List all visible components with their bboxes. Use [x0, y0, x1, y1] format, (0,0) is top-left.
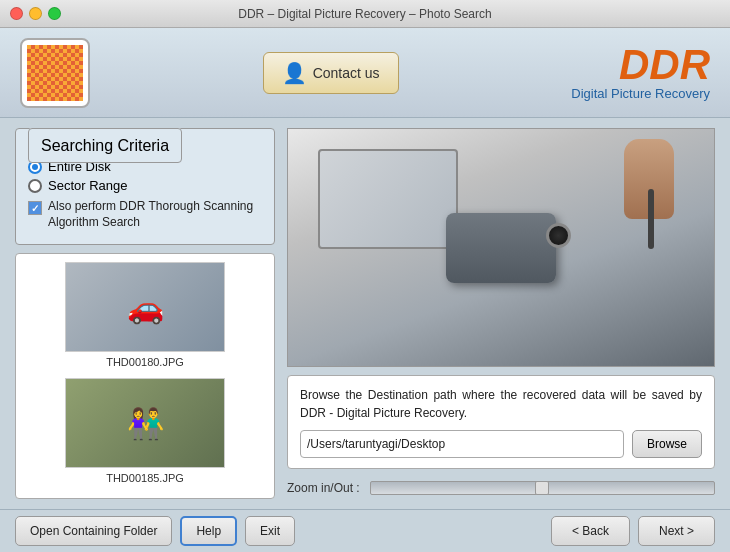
back-button[interactable]: < Back [551, 516, 630, 546]
contact-button[interactable]: 👤 Contact us [263, 52, 399, 94]
bottom-left: Open Containing Folder Help Exit [15, 516, 543, 546]
app-logo [20, 38, 90, 108]
camera-body [446, 213, 556, 283]
thorough-scan-label: Also perform DDR Thorough Scanning Algor… [48, 199, 262, 230]
bottom-bar: Open Containing Folder Help Exit < Back … [0, 509, 730, 552]
help-button[interactable]: Help [180, 516, 237, 546]
camera-scene [288, 129, 714, 366]
camera-lens [546, 223, 571, 248]
person-icon: 👤 [282, 61, 307, 85]
thumbnail-image-couple [65, 378, 225, 468]
browse-button[interactable]: Browse [632, 430, 702, 458]
zoom-slider[interactable] [370, 481, 715, 495]
body-area: Searching Criteria Entire Disk Sector Ra… [0, 118, 730, 509]
next-button[interactable]: Next > [638, 516, 715, 546]
close-button[interactable] [10, 7, 23, 20]
main-content: 👤 Contact us DDR Digital Picture Recover… [0, 28, 730, 552]
header: 👤 Contact us DDR Digital Picture Recover… [0, 28, 730, 118]
ddr-subtitle: Digital Picture Recovery [571, 86, 710, 101]
list-item[interactable]: THD00180.JPG [65, 262, 225, 368]
radio-sector-range-label: Sector Range [48, 178, 128, 193]
usb-cable [648, 189, 654, 249]
contact-label: Contact us [313, 65, 380, 81]
zoom-row: Zoom in/Out : [287, 477, 715, 499]
search-criteria-legend: Searching Criteria [28, 128, 182, 163]
titlebar: DDR – Digital Picture Recovery – Photo S… [0, 0, 730, 28]
main-image [287, 128, 715, 367]
monitor-shape [318, 149, 458, 249]
open-containing-folder-button[interactable]: Open Containing Folder [15, 516, 172, 546]
left-panel: Searching Criteria Entire Disk Sector Ra… [15, 128, 275, 499]
thumbnail-image-car [65, 262, 225, 352]
path-row: Browse [300, 430, 702, 458]
minimize-button[interactable] [29, 7, 42, 20]
thorough-scan-row: Also perform DDR Thorough Scanning Algor… [28, 193, 262, 236]
destination-path-input[interactable] [300, 430, 624, 458]
thumbnail-label-2: THD00185.JPG [106, 472, 184, 484]
search-criteria-box: Searching Criteria Entire Disk Sector Ra… [15, 128, 275, 245]
radio-sector-range[interactable]: Sector Range [28, 178, 262, 193]
bottom-right: < Back Next > [551, 516, 715, 546]
window-title: DDR – Digital Picture Recovery – Photo S… [238, 7, 491, 21]
thumbnail-label: THD00180.JPG [106, 356, 184, 368]
list-item[interactable]: THD00185.JPG [65, 378, 225, 484]
right-panel: Browse the Destination path where the re… [287, 128, 715, 499]
ddr-logo: DDR Digital Picture Recovery [571, 44, 710, 101]
radio-group: Entire Disk Sector Range [28, 159, 262, 193]
exit-button[interactable]: Exit [245, 516, 295, 546]
thorough-scan-checkbox[interactable] [28, 201, 42, 215]
info-description: Browse the Destination path where the re… [300, 386, 702, 422]
maximize-button[interactable] [48, 7, 61, 20]
ddr-title: DDR [571, 44, 710, 86]
checkerboard-icon [27, 45, 83, 101]
zoom-label: Zoom in/Out : [287, 481, 360, 495]
info-box: Browse the Destination path where the re… [287, 375, 715, 469]
window-controls [10, 7, 61, 20]
radio-sector-range-circle[interactable] [28, 179, 42, 193]
thumbnail-list: THD00180.JPG THD00185.JPG [15, 253, 275, 499]
